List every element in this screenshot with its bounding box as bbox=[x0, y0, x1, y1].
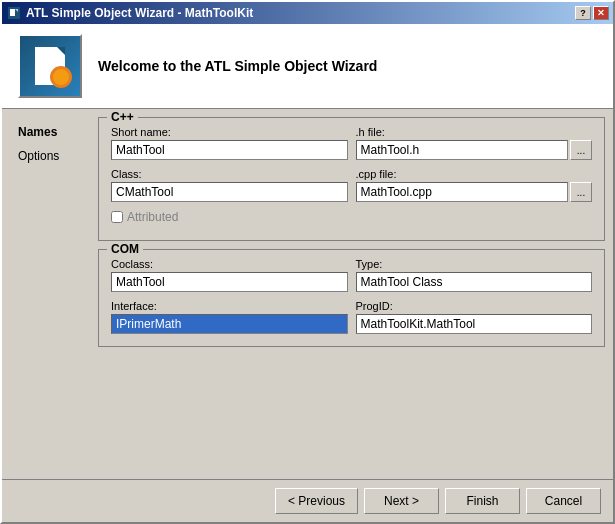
h-file-input[interactable] bbox=[356, 140, 569, 160]
coclass-group: Coclass: bbox=[111, 258, 348, 292]
progid-label: ProgID: bbox=[356, 300, 593, 312]
type-label: Type: bbox=[356, 258, 593, 270]
main-window: ATL Simple Object Wizard - MathToolKit ?… bbox=[0, 0, 615, 524]
cpp-file-browse-button[interactable]: ... bbox=[570, 182, 592, 202]
short-name-group: Short name: bbox=[111, 126, 348, 160]
h-file-label: .h file: bbox=[356, 126, 569, 138]
cpp-file-input-wrap: .cpp file: bbox=[356, 168, 569, 202]
short-name-input[interactable] bbox=[111, 140, 348, 160]
com-row-1: Coclass: Type: bbox=[111, 258, 592, 292]
cpp-row-1: Short name: .h file: ... bbox=[111, 126, 592, 160]
gear-icon bbox=[50, 66, 72, 88]
cpp-file-group: .cpp file: ... bbox=[356, 168, 593, 202]
window-content: Welcome to the ATL Simple Object Wizard … bbox=[2, 24, 613, 522]
progid-input[interactable] bbox=[356, 314, 593, 334]
interface-group: Interface: bbox=[111, 300, 348, 334]
wizard-icon bbox=[18, 34, 82, 98]
previous-button[interactable]: < Previous bbox=[275, 488, 358, 514]
cpp-file-input[interactable] bbox=[356, 182, 569, 202]
help-button[interactable]: ? bbox=[575, 6, 591, 20]
form-area: C++ Short name: .h file: ... bbox=[98, 117, 605, 471]
next-button[interactable]: Next > bbox=[364, 488, 439, 514]
title-bar-buttons: ? ✕ bbox=[575, 6, 609, 20]
footer: < Previous Next > Finish Cancel bbox=[2, 479, 613, 522]
app-icon bbox=[6, 5, 22, 21]
com-row-2: Interface: ProgID: bbox=[111, 300, 592, 334]
type-group: Type: bbox=[356, 258, 593, 292]
cpp-section: C++ Short name: .h file: ... bbox=[98, 117, 605, 241]
h-file-input-wrap: .h file: bbox=[356, 126, 569, 160]
short-name-label: Short name: bbox=[111, 126, 348, 138]
window-title: ATL Simple Object Wizard - MathToolKit bbox=[26, 6, 253, 20]
cpp-row-2: Class: .cpp file: ... bbox=[111, 168, 592, 202]
interface-label: Interface: bbox=[111, 300, 348, 312]
main-area: Names Options C++ Short name: bbox=[2, 109, 613, 479]
cpp-file-label: .cpp file: bbox=[356, 168, 569, 180]
cpp-section-label: C++ bbox=[107, 110, 138, 124]
svg-rect-1 bbox=[10, 9, 15, 16]
h-file-group: .h file: ... bbox=[356, 126, 593, 160]
class-input[interactable] bbox=[111, 182, 348, 202]
header-area: Welcome to the ATL Simple Object Wizard bbox=[2, 24, 613, 109]
h-file-browse-button[interactable]: ... bbox=[570, 140, 592, 160]
com-section: COM Coclass: Type: Interface bbox=[98, 249, 605, 347]
com-section-label: COM bbox=[107, 242, 143, 256]
class-group: Class: bbox=[111, 168, 348, 202]
coclass-label: Coclass: bbox=[111, 258, 348, 270]
sidebar: Names Options bbox=[10, 117, 90, 471]
class-label: Class: bbox=[111, 168, 348, 180]
interface-input[interactable] bbox=[111, 314, 348, 334]
coclass-input[interactable] bbox=[111, 272, 348, 292]
sidebar-item-names[interactable]: Names bbox=[10, 121, 90, 143]
finish-button[interactable]: Finish bbox=[445, 488, 520, 514]
attributed-checkbox[interactable] bbox=[111, 211, 123, 223]
cancel-button[interactable]: Cancel bbox=[526, 488, 601, 514]
attributed-row: Attributed bbox=[111, 210, 592, 224]
title-bar: ATL Simple Object Wizard - MathToolKit ?… bbox=[2, 2, 613, 24]
attributed-label: Attributed bbox=[127, 210, 178, 224]
wizard-title: Welcome to the ATL Simple Object Wizard bbox=[98, 58, 377, 74]
close-button[interactable]: ✕ bbox=[593, 6, 609, 20]
sidebar-item-options[interactable]: Options bbox=[10, 145, 90, 167]
progid-group: ProgID: bbox=[356, 300, 593, 334]
title-bar-title: ATL Simple Object Wizard - MathToolKit bbox=[6, 5, 253, 21]
type-input[interactable] bbox=[356, 272, 593, 292]
